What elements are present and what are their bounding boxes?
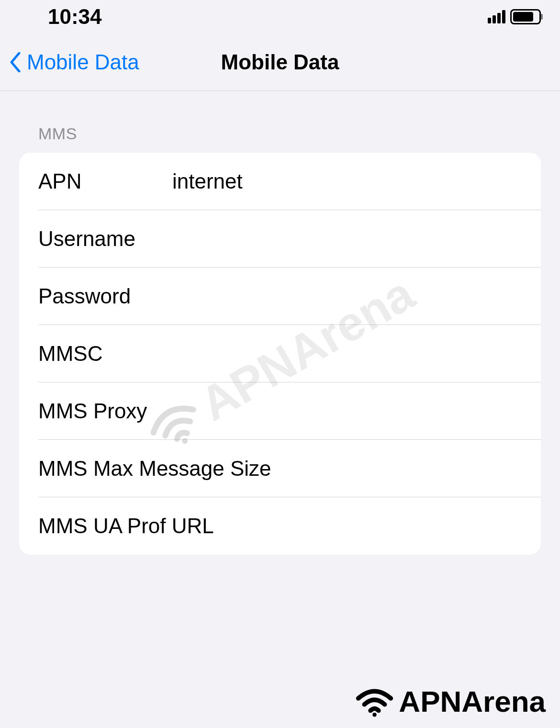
settings-row-mmsc[interactable]: MMSC	[19, 325, 541, 382]
settings-row-username[interactable]: Username	[19, 210, 541, 268]
navigation-bar: Mobile Data Mobile Data	[0, 34, 560, 91]
settings-row-password[interactable]: Password	[19, 268, 541, 325]
battery-icon	[510, 9, 541, 24]
apn-label: APN	[38, 169, 172, 193]
cellular-signal-icon	[488, 10, 505, 23]
status-bar: 10:34	[0, 0, 560, 34]
apn-input[interactable]	[172, 169, 522, 193]
mmsc-label: MMSC	[38, 342, 172, 366]
password-label: Password	[38, 284, 172, 308]
mms-max-size-label: MMS Max Message Size	[38, 457, 522, 481]
settings-row-mms-ua-prof[interactable]: MMS UA Prof URL	[19, 497, 541, 555]
back-button[interactable]: Mobile Data	[10, 50, 139, 74]
settings-row-mms-proxy[interactable]: MMS Proxy	[19, 382, 541, 440]
settings-group-mms: APN Username Password MMSC MMS Proxy MMS…	[19, 153, 541, 555]
back-label: Mobile Data	[27, 50, 139, 74]
password-input[interactable]	[172, 284, 522, 308]
username-label: Username	[38, 227, 172, 251]
wifi-icon	[354, 686, 395, 717]
footer-logo-text: APNArena	[399, 684, 546, 718]
settings-row-apn[interactable]: APN	[19, 153, 541, 210]
chevron-left-icon	[10, 52, 21, 72]
username-input[interactable]	[172, 227, 522, 251]
footer-logo: APNArena	[354, 684, 546, 718]
page-title: Mobile Data	[221, 50, 339, 74]
svg-point-1	[373, 713, 377, 717]
mms-ua-prof-label: MMS UA Prof URL	[38, 514, 522, 538]
section-header-mms: MMS	[19, 124, 541, 153]
settings-row-mms-max-size[interactable]: MMS Max Message Size	[19, 440, 541, 497]
mmsc-input[interactable]	[172, 342, 522, 366]
status-right	[488, 9, 541, 24]
mms-proxy-label: MMS Proxy	[38, 399, 522, 423]
status-time: 10:34	[48, 5, 102, 29]
content-area: MMS APN Username Password MMSC MMS Proxy…	[0, 91, 560, 555]
